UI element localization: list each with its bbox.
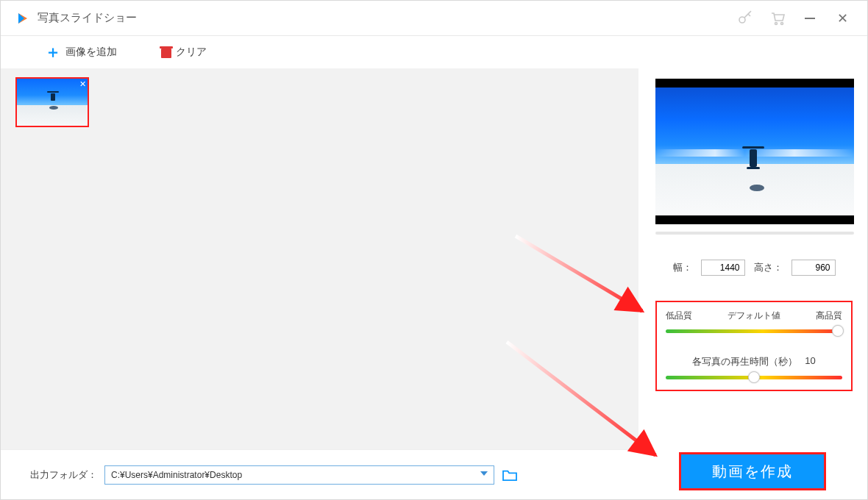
- quality-default-label: デフォルト値: [692, 310, 816, 322]
- trash-icon: [161, 46, 171, 58]
- add-image-button[interactable]: ＋ 画像を追加: [45, 44, 117, 60]
- main-body: ✕ 出力フォルダ： C:¥Users¥Administrator¥Desktop: [1, 68, 867, 499]
- add-image-label: 画像を追加: [65, 46, 117, 59]
- clear-label: クリア: [176, 46, 207, 59]
- image-thumbnail[interactable]: ✕: [15, 77, 89, 127]
- thumbnail-remove-icon[interactable]: ✕: [78, 79, 87, 88]
- svg-point-2: [781, 22, 783, 24]
- duration-slider-knob[interactable]: [748, 371, 760, 383]
- duration-slider[interactable]: [666, 376, 842, 379]
- key-icon[interactable]: [736, 10, 754, 27]
- create-video-label: 動画を作成: [712, 462, 793, 482]
- plus-icon: ＋: [45, 44, 61, 60]
- dimensions-row: 幅： 高さ：: [655, 260, 853, 276]
- create-video-button[interactable]: 動画を作成: [679, 452, 826, 490]
- quality-slider-knob[interactable]: [832, 325, 844, 337]
- app-icon: [15, 11, 30, 26]
- cart-icon[interactable]: [769, 10, 786, 27]
- duration-value: 10: [805, 355, 815, 368]
- height-label: 高さ：: [754, 261, 783, 274]
- clear-button[interactable]: クリア: [161, 46, 207, 59]
- left-pane: ✕ 出力フォルダ： C:¥Users¥Administrator¥Desktop: [1, 68, 639, 499]
- app-window: 写真スライドショー ✕ ＋ 画像を追加 クリア: [0, 0, 868, 500]
- quality-duration-box: 低品質 デフォルト値 高品質 各写真の再生時間（秒） 10: [655, 301, 853, 391]
- svg-point-0: [739, 17, 745, 23]
- chevron-down-icon: [480, 471, 488, 476]
- preview-progress[interactable]: [655, 232, 854, 235]
- browse-folder-button[interactable]: [502, 468, 518, 482]
- quality-high-label: 高品質: [816, 310, 842, 322]
- output-folder-path: C:¥Users¥Administrator¥Desktop: [111, 470, 242, 480]
- output-folder-label: 出力フォルダ：: [30, 468, 97, 482]
- height-input[interactable]: [791, 260, 836, 276]
- right-pane: 幅： 高さ： 低品質 デフォルト値 高品質 各写真の再生時間（秒） 10: [639, 68, 867, 499]
- toolbar: ＋ 画像を追加 クリア: [1, 36, 867, 68]
- thumbnail-area: ✕: [1, 68, 638, 449]
- minimize-button[interactable]: [801, 10, 819, 27]
- width-input[interactable]: [701, 260, 745, 276]
- quality-low-label: 低品質: [666, 310, 692, 322]
- preview-image: [655, 79, 854, 224]
- duration-label: 各写真の再生時間（秒）: [692, 355, 797, 368]
- quality-slider[interactable]: [666, 329, 842, 333]
- output-folder-combo[interactable]: C:¥Users¥Administrator¥Desktop: [104, 465, 494, 485]
- width-label: 幅：: [673, 261, 692, 274]
- title-bar: 写真スライドショー ✕: [1, 1, 867, 36]
- close-button[interactable]: ✕: [833, 10, 851, 27]
- app-title: 写真スライドショー: [38, 11, 137, 25]
- svg-point-1: [775, 22, 778, 24]
- output-row: 出力フォルダ： C:¥Users¥Administrator¥Desktop: [1, 449, 638, 499]
